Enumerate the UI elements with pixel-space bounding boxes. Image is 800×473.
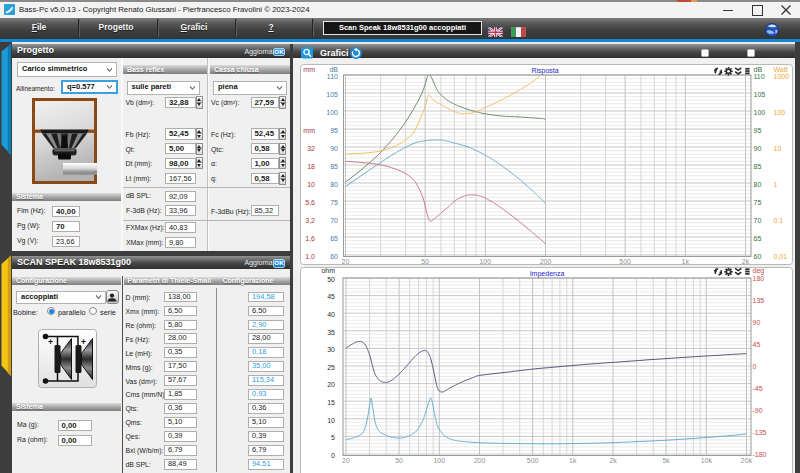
svg-text:ohm: ohm [321,267,335,274]
svg-text:70: 70 [330,217,338,224]
svg-text:10: 10 [327,416,335,423]
svg-text:60: 60 [330,253,338,260]
svg-text:80: 80 [754,181,762,188]
svg-text:100: 100 [479,258,491,265]
svg-text:65: 65 [330,235,338,242]
svg-text:+: + [48,337,53,347]
svg-text:dB: dB [754,66,763,73]
svg-text:50: 50 [327,275,335,282]
svg-text:5,6: 5,6 [305,199,315,206]
svg-text:10k: 10k [701,457,713,464]
svg-text:20: 20 [327,381,335,388]
svg-text:-180: -180 [753,450,767,457]
svg-text:dB: dB [329,66,338,73]
svg-text:180: 180 [753,274,765,281]
svg-text:90: 90 [754,145,762,152]
svg-text:80: 80 [330,181,338,188]
svg-text:-135: -135 [753,428,767,435]
svg-text:200: 200 [474,457,486,464]
svg-text:1: 1 [774,181,778,188]
svg-text:25: 25 [327,363,335,370]
svg-text:0: 0 [753,362,757,369]
svg-text:500: 500 [619,258,631,265]
svg-text:20: 20 [342,258,350,265]
svg-text:5: 5 [331,434,335,441]
svg-text:110: 110 [327,73,338,80]
svg-text:20: 20 [342,457,350,464]
svg-text:15: 15 [327,399,335,406]
svg-text:500: 500 [527,457,539,464]
svg-text:2k: 2k [742,258,750,265]
svg-text:18: 18 [307,163,315,170]
svg-text:1,0: 1,0 [305,253,315,260]
svg-text:-90: -90 [753,406,763,413]
svg-text:75: 75 [754,199,762,206]
svg-text:100: 100 [326,109,338,116]
svg-text:95: 95 [330,127,338,134]
svg-text:50: 50 [421,258,429,265]
svg-text:135: 135 [753,296,765,303]
svg-text:mm: mm [303,66,315,73]
svg-text:200: 200 [540,258,552,265]
svg-text:deg: deg [753,267,765,275]
svg-text:1000: 1000 [774,73,790,80]
svg-text:105: 105 [754,91,766,98]
svg-text:32: 32 [307,145,315,152]
svg-text:1k: 1k [569,457,577,464]
svg-text:35: 35 [327,328,335,335]
svg-text:70: 70 [754,217,762,224]
svg-text:30: 30 [327,346,335,353]
svg-text:Watt: Watt [774,66,788,73]
svg-text:1,6: 1,6 [305,235,315,242]
svg-text:+: + [81,337,86,347]
svg-text:40: 40 [327,311,335,318]
svg-text:65: 65 [754,235,762,242]
svg-text:20k: 20k [741,457,753,464]
svg-text:85: 85 [754,163,762,170]
svg-text:100: 100 [433,457,445,464]
svg-text:75: 75 [330,199,338,206]
svg-text:1k: 1k [682,258,690,265]
svg-text:105: 105 [326,91,338,98]
svg-text:45: 45 [327,293,335,300]
svg-text:95: 95 [754,127,762,134]
svg-text:10: 10 [774,145,782,152]
svg-text:5k: 5k [662,457,670,464]
svg-text:3,2: 3,2 [305,217,315,224]
svg-text:100: 100 [774,109,786,116]
svg-text:110: 110 [754,73,765,80]
svg-text:Impedenza: Impedenza [530,270,565,278]
svg-text:0,01: 0,01 [774,253,788,260]
svg-text:2k: 2k [609,457,617,464]
svg-text:45: 45 [753,340,761,347]
svg-text:-45: -45 [753,384,763,391]
svg-text:mm: mm [303,127,315,134]
svg-text:Risposta: Risposta [531,67,558,75]
svg-text:10: 10 [307,181,315,188]
svg-text:50: 50 [395,457,403,464]
svg-text:85: 85 [330,163,338,170]
svg-text:90: 90 [330,145,338,152]
svg-text:90: 90 [753,318,761,325]
svg-text:100: 100 [754,109,766,116]
svg-text:60: 60 [754,253,762,260]
svg-text:0.1: 0.1 [774,217,784,224]
svg-text:0: 0 [331,451,335,458]
